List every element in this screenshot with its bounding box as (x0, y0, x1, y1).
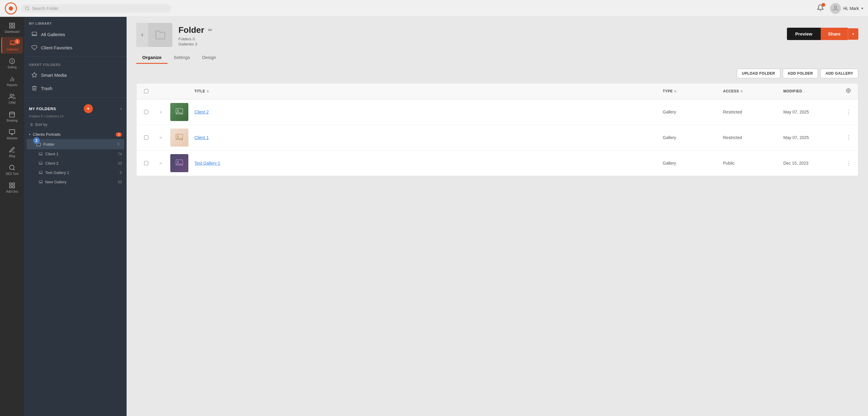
sidebar-item-client-favorites[interactable]: Client Favorites (27, 41, 124, 54)
folder-title-row: Folder ✏ (179, 25, 781, 35)
add-gallery-button[interactable]: ADD GALLERY (820, 69, 858, 78)
nav-item-website[interactable]: Website (1, 126, 23, 142)
upload-folder-button[interactable]: UPLOAD FOLDER (737, 69, 780, 78)
user-name: Hi, Mark (843, 6, 859, 11)
my-folders-title: MY FOLDERS (29, 107, 56, 111)
title-cell-client1: Client 1 (192, 132, 660, 144)
row-checkbox-client1 (139, 132, 153, 143)
subfolder-test-gallery-1[interactable]: Test Gallery 1 5 (24, 168, 127, 177)
back-button[interactable] (136, 23, 148, 47)
dashboard-icon (9, 22, 16, 29)
avatar (830, 3, 841, 14)
sort-icon (29, 123, 33, 127)
date-cell-client1: May 07, 2025 (781, 132, 841, 144)
nav-item-seo[interactable]: SEO Tool (1, 161, 23, 178)
nav-label-galleries: Galleries (7, 48, 19, 51)
content-area: Folder ✏ Folders 0 Galleries 3 Preview S… (127, 17, 868, 416)
sidebar-active-folder[interactable]: 2 Folder 3 (27, 139, 124, 149)
access-sort-arrow: ⇅ (740, 90, 743, 93)
search-bar[interactable]: Search Folder (21, 4, 171, 13)
folder-thumbnail (148, 23, 173, 47)
header-actions: Preview Share ▾ (787, 28, 858, 40)
image-icon-test1 (38, 171, 43, 175)
add-folder-button[interactable]: + (84, 104, 93, 113)
date-cell-client2: May 07, 2025 (781, 106, 841, 118)
gallery-link-client1[interactable]: Client 1 (194, 135, 209, 140)
table-settings-button[interactable] (844, 87, 853, 96)
preview-button[interactable]: Preview (787, 28, 821, 40)
nav-item-galleries[interactable]: 1 Galleries (1, 37, 23, 54)
nav-item-booking[interactable]: Booking (1, 108, 23, 125)
nav-label-booking: Booking (7, 119, 18, 122)
collapse-sidebar-button[interactable]: ‹ (120, 106, 122, 111)
sidebar-item-smart-media[interactable]: Smart Media (27, 68, 124, 81)
folder-icon-area (136, 23, 173, 47)
th-title[interactable]: TITLE ⇅ (192, 85, 660, 97)
blog-icon (9, 147, 16, 153)
share-button[interactable]: Share (821, 28, 848, 40)
crm-icon (9, 93, 16, 100)
tab-organize[interactable]: Organize (136, 52, 167, 64)
data-table: TITLE ⇅ TYPE ⇅ ACCESS ⇅ MODIFIED ↓ (136, 83, 858, 176)
folder-group-header[interactable]: ▾ Clients Portraits 3 (24, 130, 127, 139)
sidebar-item-all-galleries[interactable]: All Galleries (27, 28, 124, 41)
sidebar-label-all-galleries: All Galleries (41, 32, 65, 37)
svg-rect-25 (13, 186, 14, 188)
type-cell-test1: Gallery (660, 157, 721, 169)
nav-item-crm[interactable]: CRM (1, 90, 23, 107)
drag-handle-test1[interactable]: ≡ (153, 157, 168, 169)
svg-line-21 (13, 169, 14, 170)
svg-point-38 (848, 90, 849, 91)
add-folder-button-table[interactable]: ADD FOLDER (783, 69, 818, 78)
sort-by-row[interactable]: Sort by (24, 120, 127, 129)
svg-rect-5 (10, 26, 11, 28)
seo-icon (9, 164, 16, 171)
subfolder-count-client2: 20 (118, 161, 122, 166)
share-dropdown-button[interactable]: ▾ (848, 28, 858, 40)
th-modified[interactable]: MODIFIED ↓ (781, 85, 841, 97)
gallery-link-test1[interactable]: Test Gallery 1 (194, 161, 220, 166)
image-icon-client1 (38, 152, 43, 156)
more-button-client1[interactable]: ⋮ (844, 133, 854, 142)
th-type[interactable]: TYPE ⇅ (660, 85, 721, 97)
nav-item-blog[interactable]: Blog (1, 144, 23, 160)
row-checkbox-test1 (139, 158, 153, 169)
svg-point-2 (834, 6, 836, 8)
checkbox-client1[interactable] (144, 135, 148, 140)
nav-label-selling: Selling (7, 66, 17, 69)
search-icon (25, 6, 30, 11)
more-button-test1[interactable]: ⋮ (844, 159, 854, 168)
th-access[interactable]: ACCESS ⇅ (721, 85, 781, 97)
nav-item-dashboard[interactable]: Dashboard (1, 19, 23, 36)
notification-button[interactable] (817, 4, 824, 12)
more-button-client2[interactable]: ⋮ (844, 107, 854, 116)
chevron-down-icon: ▾ (29, 133, 30, 136)
drag-handle-client1[interactable]: ≡ (153, 132, 168, 144)
active-folder-name: Folder (43, 142, 55, 147)
svg-rect-24 (10, 186, 11, 188)
nav-item-reports[interactable]: Reports (1, 73, 23, 89)
nav-item-selling[interactable]: Selling (1, 55, 23, 71)
tab-settings[interactable]: Settings (167, 52, 196, 64)
title-cell-client2: Client 2 (192, 106, 660, 118)
sidebar-divider-2 (24, 97, 127, 98)
selling-icon (9, 58, 16, 64)
user-area[interactable]: Hi, Mark ▾ (830, 3, 863, 14)
checkbox-client2[interactable] (144, 110, 148, 114)
edit-icon[interactable]: ✏ (208, 27, 213, 33)
nav-item-addons[interactable]: Add-Ons (1, 179, 23, 196)
subfolder-new-gallery[interactable]: New Gallery 83 (24, 177, 127, 187)
sort-by-label: Sort by (35, 122, 47, 127)
tab-design[interactable]: Design (196, 52, 222, 64)
select-all-checkbox[interactable] (144, 89, 148, 93)
drag-handle-client2[interactable]: ≡ (153, 106, 168, 118)
sidebar-item-trash[interactable]: Trash (27, 81, 124, 95)
app-logo[interactable] (5, 2, 17, 14)
nav-label-addons: Add-Ons (6, 190, 18, 193)
heart-icon (31, 44, 37, 50)
gallery-link-client2[interactable]: Client 2 (194, 110, 209, 114)
checkbox-test1[interactable] (144, 161, 148, 165)
all-galleries-icon (31, 31, 37, 37)
subfolder-client1[interactable]: Client 1 74 (24, 149, 127, 159)
subfolder-client2[interactable]: Client 2 20 (24, 159, 127, 168)
